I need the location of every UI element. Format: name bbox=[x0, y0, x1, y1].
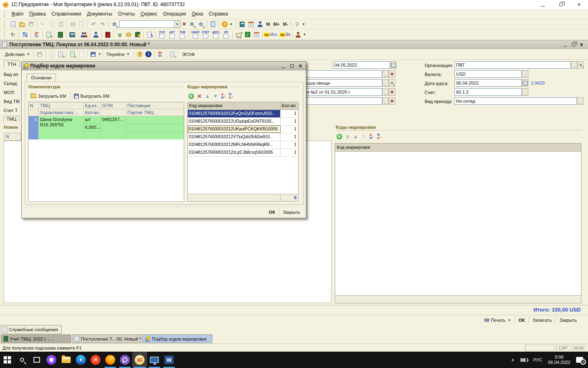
close-button[interactable]: × bbox=[570, 0, 588, 9]
person-report-dropdown-icon[interactable]: ▼ bbox=[303, 33, 306, 36]
doc-tov-icon[interactable]: ТОВ bbox=[177, 31, 187, 38]
chart-accounts-icon[interactable]: Тг bbox=[9, 30, 18, 39]
col-qty[interactable]: Кол-во bbox=[84, 109, 101, 116]
col-batch[interactable]: Партия ТМЦ bbox=[126, 109, 184, 116]
post-doc-icon[interactable]: ▸ bbox=[68, 50, 77, 59]
code-row[interactable]: 0104812576000010212zLjrCJb8csqS9100051 bbox=[188, 149, 298, 157]
clock[interactable]: 9:0606.04.2022 bbox=[548, 355, 570, 365]
nomenclature-grid[interactable]: N ТМЦ Ед.из... GTIN Поставщик Характерис… bbox=[28, 102, 184, 202]
menu-help[interactable]: Справка bbox=[206, 10, 231, 18]
currency-select-icon[interactable]: ... bbox=[522, 70, 528, 78]
doc-date-field[interactable]: 04.05.2022 bbox=[333, 61, 390, 69]
organization-field[interactable]: ПВТ bbox=[454, 61, 571, 69]
code-row[interactable]: 0104812576000010212UGyicipEoGNT9100...1 bbox=[188, 118, 298, 126]
paste-icon[interactable] bbox=[56, 20, 65, 29]
organization-search-icon[interactable] bbox=[577, 61, 584, 69]
dialog-add-code-icon[interactable]: + bbox=[188, 93, 194, 99]
dt-kt-icon[interactable]: ДтКт bbox=[32, 30, 41, 39]
organization-select-icon[interactable]: ... bbox=[571, 61, 577, 69]
safe-icon[interactable] bbox=[56, 30, 65, 39]
red-book-icon[interactable] bbox=[103, 30, 112, 39]
firefox-icon[interactable] bbox=[103, 352, 118, 368]
window-tab-podbor[interactable]: Подбор кодов маркировки bbox=[142, 334, 212, 343]
delete-row-icon[interactable]: ✕ bbox=[345, 134, 350, 140]
help-icon[interactable]: ? bbox=[135, 50, 144, 59]
income-type-field[interactable]: На склад bbox=[454, 97, 577, 105]
new-document-icon[interactable] bbox=[9, 20, 18, 29]
language-indicator[interactable]: РУС bbox=[533, 357, 542, 362]
edit-document-icon[interactable]: ✎ bbox=[145, 30, 154, 39]
menu-operations[interactable]: Операции bbox=[160, 10, 189, 18]
code-row[interactable]: 0104812576000010212FyQmZyDFznmJ910...1 bbox=[188, 110, 298, 118]
col-n[interactable]: N bbox=[29, 102, 39, 109]
redo-icon[interactable]: ↷ bbox=[98, 20, 107, 29]
cut-field-5-select-icon[interactable]: ... bbox=[382, 97, 389, 105]
dialog-minimize-button[interactable] bbox=[279, 63, 287, 69]
calendar-icon[interactable]: 31 bbox=[247, 20, 256, 29]
nomenclature-row[interactable]: 1 Шина GoodyearR16 255*55 шт 6,000... 04… bbox=[29, 116, 184, 139]
dialog-close-button[interactable]: × bbox=[296, 63, 304, 69]
unload-km-button[interactable]: Выгрузить КМ bbox=[71, 93, 112, 99]
partners-icon[interactable] bbox=[80, 30, 89, 39]
print-variants-dropdown-icon[interactable]: ▼ bbox=[98, 52, 101, 56]
col-unit[interactable]: Ед.из... bbox=[84, 102, 101, 109]
col-gtin[interactable]: GTIN bbox=[101, 102, 126, 109]
print-icon[interactable] bbox=[68, 20, 77, 29]
remote-desktop-icon[interactable] bbox=[147, 352, 162, 368]
doc-ceh1-icon[interactable]: ЦЕХ1 bbox=[211, 31, 221, 38]
dialog-tab-osnovnaya[interactable]: Основная bbox=[27, 74, 56, 82]
word-icon[interactable]: W bbox=[162, 352, 176, 368]
service-messages-button[interactable]: Служебные сообщения bbox=[1, 325, 62, 334]
col-code-qty[interactable]: Кол-во bbox=[281, 102, 298, 110]
print-preview-icon[interactable] bbox=[77, 20, 86, 29]
main-codes-table[interactable]: Код маркировки bbox=[335, 143, 581, 303]
search-combobox[interactable]: ▼ bbox=[119, 20, 180, 28]
dialog-delete-code-icon[interactable]: ✕ bbox=[197, 93, 202, 99]
file-explorer-icon[interactable] bbox=[59, 352, 74, 368]
cut-field-2-clear-icon[interactable]: ✕ bbox=[389, 70, 395, 78]
edge-icon[interactable]: e bbox=[74, 352, 88, 368]
code-row[interactable]: 0104812576000010212UKautPCKQKKf9100051 bbox=[188, 126, 298, 133]
settings-dropdown-icon[interactable]: ▼ bbox=[302, 22, 305, 26]
calculator-icon[interactable] bbox=[238, 20, 247, 29]
doc-minimize-button[interactable] bbox=[561, 41, 569, 48]
cut-field-3[interactable]: ьша овощи bbox=[305, 79, 382, 87]
account-select-icon[interactable]: ... bbox=[522, 88, 528, 96]
doc-schet-icon[interactable]: СЧЕТ bbox=[200, 31, 211, 38]
dialog-move-down-icon[interactable]: ▼ bbox=[213, 93, 218, 99]
find-next-icon[interactable] bbox=[187, 20, 196, 29]
dialog-codes-grid[interactable]: Код маркировки Кол-во 010481257600001021… bbox=[187, 102, 298, 202]
doc-restore-button[interactable] bbox=[569, 41, 577, 48]
plant-icon[interactable]: ⍦ bbox=[115, 30, 124, 39]
dialog-restore-button[interactable] bbox=[288, 63, 296, 69]
restore-button[interactable] bbox=[552, 0, 570, 9]
doc-close-button[interactable]: × bbox=[577, 41, 586, 48]
warehouse-icon[interactable] bbox=[133, 30, 142, 39]
goto-button[interactable]: Перейти▼ bbox=[104, 51, 132, 58]
reread-icon[interactable] bbox=[47, 50, 56, 59]
col-code[interactable]: Код маркировки bbox=[188, 102, 281, 110]
undo-icon[interactable]: ↶ bbox=[89, 20, 98, 29]
rate-date-calendar-icon[interactable] bbox=[522, 79, 528, 87]
cut-field-4-clear-icon[interactable]: ✕ bbox=[389, 88, 395, 96]
doc-usl-icon[interactable]: УСЛ bbox=[157, 31, 167, 38]
move-up-icon[interactable]: ▲ bbox=[353, 134, 358, 139]
find-prev-icon[interactable] bbox=[196, 20, 205, 29]
sort-asc-icon[interactable]: АЯ↓ bbox=[370, 133, 374, 140]
doc-date-calendar-icon[interactable] bbox=[390, 61, 396, 69]
actions-button[interactable]: Действия▼ bbox=[2, 51, 32, 58]
dialog-ok-button[interactable]: ОК bbox=[266, 209, 277, 215]
rate-date-field[interactable]: 06.04.2022 bbox=[454, 79, 522, 87]
nds-in-icon[interactable]: ндсВх bbox=[280, 32, 291, 37]
tab-ttn[interactable]: ТТН bbox=[4, 61, 20, 68]
person-report-icon[interactable] bbox=[294, 30, 303, 39]
dialog-close-button2[interactable]: Закрыть bbox=[281, 209, 303, 215]
menu-documents[interactable]: Документы bbox=[84, 10, 115, 18]
save-icon[interactable] bbox=[27, 20, 36, 29]
menu-file[interactable]: Файл bbox=[9, 10, 27, 18]
window-tab-uchet[interactable]: Учет ТМЦ: 2022 г. - ... bbox=[1, 334, 71, 343]
settings-key-icon[interactable]: ⚲ bbox=[293, 20, 302, 29]
menu-reports[interactable]: Отчеты bbox=[115, 10, 138, 18]
close-doc-button[interactable]: Закрыть bbox=[557, 317, 579, 323]
cut-field-2[interactable] bbox=[305, 70, 382, 78]
